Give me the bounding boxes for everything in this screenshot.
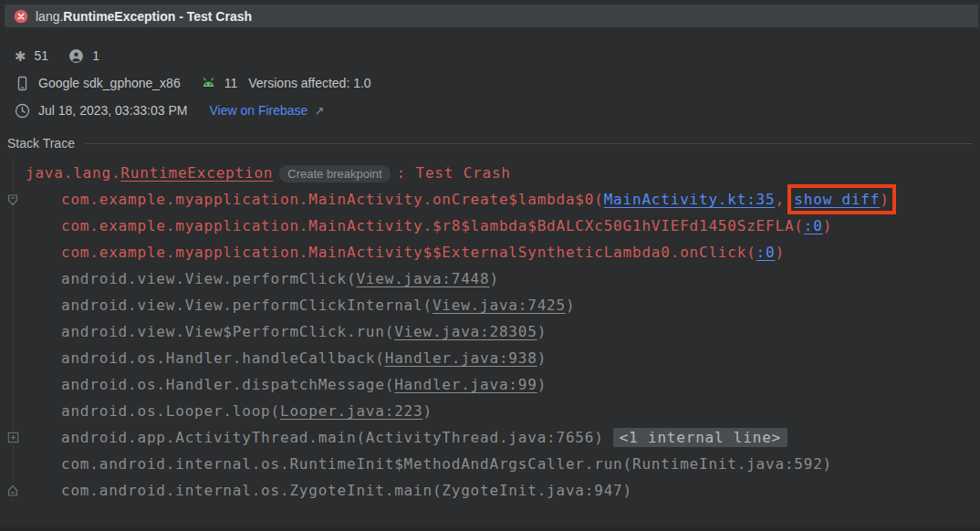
timestamp-row: Jul 18, 2023, 03:33:03 PM View on Fireba… (15, 97, 980, 124)
stack-frame-line: android.view.View$PerformClick.run(View.… (0, 318, 980, 345)
stack-text: ) (775, 244, 784, 261)
fold-end-icon[interactable] (5, 484, 20, 498)
file-link[interactable]: View.java:7448 (356, 270, 489, 287)
stack-frame-line: android.os.Handler.handleCallback(Handle… (0, 345, 980, 371)
stack-frame-line: java.lang.RuntimeExceptionCreate breakpo… (0, 160, 980, 186)
error-icon (14, 9, 28, 24)
stack-text: android.view.View$PerformClick.run( (61, 323, 394, 340)
stack-frame-line: android.view.View.performClickInternal(V… (0, 292, 980, 318)
events-burst-icon: ✱ (15, 49, 26, 63)
show-diff-link[interactable]: show diff (794, 191, 880, 208)
stack-frame-text: android.view.View.performClick(View.java… (61, 270, 499, 287)
stack-frame-text: java.lang.RuntimeExceptionCreate breakpo… (26, 164, 511, 182)
stack-text: ) (537, 323, 547, 340)
events-count: 51 (35, 48, 49, 63)
stack-text: : Test Crash (397, 164, 511, 182)
device-row: Google sdk_gphone_x86 11 Versions affect… (15, 69, 980, 97)
fold-pin-icon[interactable] (5, 193, 20, 207)
stack-text: android.app.ActivityThread.main(Activity… (61, 429, 604, 446)
os-version: 11 (224, 76, 238, 90)
file-link[interactable]: View.java:28305 (394, 323, 537, 340)
stack-text: android.os.Handler.dispatchMessage( (61, 376, 394, 393)
crash-timestamp: Jul 18, 2023, 03:33:03 PM (38, 103, 187, 118)
stack-frame-line: android.os.Looper.loop(Looper.java:223) (0, 398, 980, 424)
stack-frame-line: com.example.myapplication.MainActivity$$… (0, 239, 980, 266)
stack-text: ) (489, 270, 498, 287)
external-link-icon: ↗ (314, 104, 324, 118)
stack-frame-line: com.example.myapplication.MainActivity.o… (0, 186, 980, 213)
stack-text: ) (537, 349, 547, 367)
stack-text: ) (422, 402, 432, 420)
stack-text: java.lang. (26, 164, 120, 182)
view-on-firebase-link[interactable]: View on Firebase (209, 103, 308, 118)
stack-trace-label: Stack Trace (7, 136, 75, 151)
stack-frame-text: android.os.Looper.loop(Looper.java:223) (61, 402, 433, 420)
expand-icon[interactable] (6, 431, 20, 444)
stack-text: android.view.View.performClick( (61, 270, 356, 287)
stack-frame-text: android.os.Handler.dispatchMessage(Handl… (61, 376, 547, 393)
file-link[interactable]: Handler.java:99 (394, 376, 537, 393)
stack-trace-section-header: Stack Trace (7, 136, 973, 151)
stack-text: com.example.myapplication.MainActivity.$… (61, 217, 804, 234)
file-link[interactable]: Looper.java:223 (280, 402, 423, 420)
stack-text: com.android.internal.os.ZygoteInit.main(… (61, 482, 632, 499)
stack-frame-line: com.android.internal.os.RuntimeInit$Meth… (0, 451, 980, 477)
stack-text: android.view.View.performClickInternal( (61, 297, 433, 314)
stack-text: com.android.internal.os.RuntimeInit$Meth… (61, 455, 832, 473)
file-link[interactable]: Handler.java:938 (385, 349, 537, 367)
stack-text: android.os.Handler.handleCallback( (61, 349, 385, 367)
internal-lines-badge[interactable]: <1 internal line> (613, 428, 787, 447)
exception-class-link[interactable]: RuntimeException (120, 164, 273, 182)
stack-frame-text: android.view.View.performClickInternal(V… (61, 297, 575, 314)
crash-summary: ✱ 51 1 Google sdk_gphone_x86 (0, 27, 980, 124)
crash-title-bar: lang.RuntimeException - Test Crash (5, 5, 978, 27)
stack-frame-line: android.view.View.performClick(View.java… (0, 266, 980, 292)
gutter (0, 431, 26, 444)
stack-text: ) (823, 217, 832, 234)
stack-text: com.example.myapplication.MainActivity.o… (61, 191, 604, 208)
stack-frame-text: com.example.myapplication.MainActivity.$… (61, 217, 832, 234)
stack-frame-line: android.os.Handler.dispatchMessage(Handl… (0, 371, 980, 398)
stack-frame-text: android.view.View$PerformClick.run(View.… (61, 323, 547, 340)
panel-bottom-edge (0, 527, 980, 531)
crash-detail-panel: lang.RuntimeException - Test Crash ✱ 51 … (0, 0, 980, 531)
stack-frame-line: android.app.ActivityThread.main(Activity… (0, 424, 980, 451)
stack-text: ) (537, 376, 547, 393)
android-icon (201, 76, 216, 91)
file-link[interactable]: View.java:7425 (433, 297, 566, 314)
device-name: Google sdk_gphone_x86 (38, 76, 181, 90)
stack-text: ) (880, 191, 889, 208)
file-link[interactable]: MainActivity.kt:35 (604, 191, 776, 208)
stack-text: com.example.myapplication.MainActivity$$… (61, 244, 756, 261)
stack-frame-text: android.app.ActivityThread.main(Activity… (61, 429, 787, 446)
user-icon (68, 48, 84, 64)
users-count: 1 (92, 48, 99, 63)
stack-frame-text: android.os.Handler.handleCallback(Handle… (61, 349, 547, 367)
versions-affected: Versions affected: 1.0 (248, 76, 370, 90)
phone-icon (15, 76, 30, 91)
gutter (0, 193, 26, 207)
clock-icon (15, 103, 30, 119)
file-link[interactable]: :0 (756, 244, 776, 261)
stack-text: android.os.Looper.loop( (61, 402, 280, 420)
stack-text: , (775, 191, 794, 208)
annotation-highlight-box: show diff) (794, 191, 889, 208)
stack-trace-panel: java.lang.RuntimeExceptionCreate breakpo… (0, 160, 980, 504)
stack-frame-line: com.example.myapplication.MainActivity.$… (0, 213, 980, 239)
file-link[interactable]: :0 (804, 217, 823, 234)
crash-title: lang.RuntimeException - Test Crash (36, 9, 252, 24)
stack-text: ) (566, 297, 575, 314)
create-breakpoint-chip[interactable]: Create breakpoint (279, 165, 390, 182)
stack-frame-text: com.example.myapplication.MainActivity$$… (61, 244, 785, 261)
stack-frame-text: com.example.myapplication.MainActivity.o… (61, 191, 890, 208)
counts-row: ✱ 51 1 (15, 42, 980, 69)
gutter (0, 484, 26, 498)
stack-frame-line: com.android.internal.os.ZygoteInit.main(… (0, 477, 980, 504)
stack-frame-text: com.android.internal.os.ZygoteInit.main(… (61, 482, 632, 499)
stack-frame-text: com.android.internal.os.RuntimeInit$Meth… (61, 455, 832, 473)
section-divider (86, 143, 973, 144)
